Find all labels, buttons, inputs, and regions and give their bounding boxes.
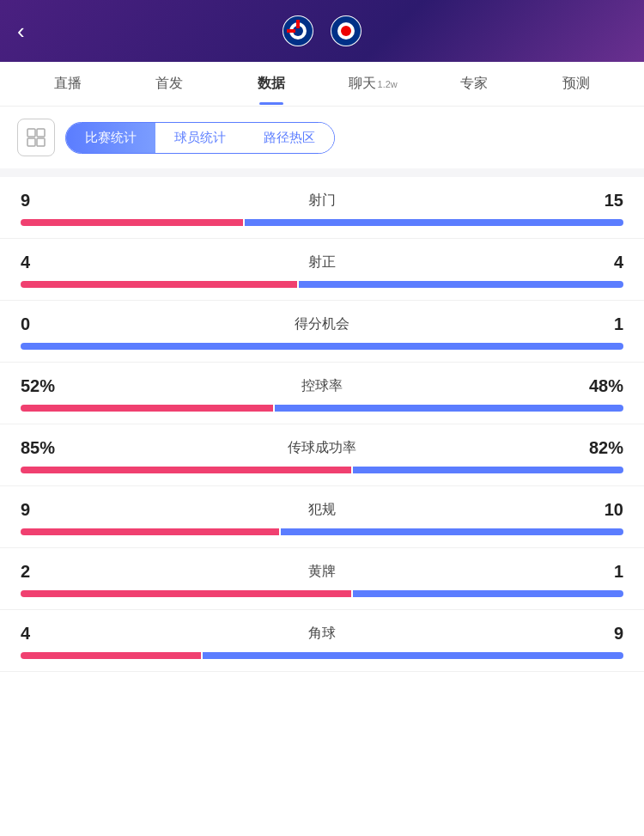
svg-rect-9 — [37, 129, 45, 137]
stat-label-6: 黄牌 — [72, 563, 572, 581]
stat-label-7: 角球 — [72, 625, 572, 643]
stat-bar-0 — [21, 219, 623, 226]
bar-blue-5 — [281, 528, 623, 535]
stat-bar-2 — [21, 343, 623, 350]
stat-label-2: 得分机会 — [72, 315, 572, 333]
stat-right-val-3: 48% — [572, 376, 623, 396]
stats-list: 9射门154射正40得分机会152%控球率48%85%传球成功率82%9犯规10… — [0, 177, 644, 672]
bar-pink-1 — [21, 281, 297, 288]
stat-left-val-4: 85% — [21, 438, 72, 458]
stat-row-2: 0得分机会1 — [0, 301, 644, 363]
stat-row-4: 85%传球成功率82% — [0, 424, 644, 486]
stat-right-val-7: 9 — [572, 624, 623, 644]
stat-label-1: 射正 — [72, 253, 572, 272]
bar-pink-0 — [21, 219, 243, 226]
stat-left-val-6: 2 — [21, 562, 72, 582]
match-info — [48, 15, 596, 46]
tab-live[interactable]: 直播 — [17, 63, 118, 105]
stats-icon[interactable] — [17, 119, 55, 156]
stat-left-val-1: 4 — [21, 253, 72, 272]
stat-row-5: 9犯规10 — [0, 486, 644, 548]
svg-rect-10 — [27, 138, 35, 146]
svg-rect-8 — [27, 129, 35, 137]
stat-left-val-7: 4 — [21, 624, 72, 644]
stat-bar-7 — [21, 652, 623, 659]
content-area: 比赛统计 球员统计 路径热区 9射门154射正40得分机会152%控球率48%8… — [0, 107, 644, 672]
bar-pink-4 — [21, 467, 351, 473]
svg-point-7 — [341, 26, 351, 36]
bar-pink-6 — [21, 590, 351, 597]
stat-label-5: 犯规 — [72, 501, 572, 519]
match-header: ‹ — [0, 0, 644, 62]
toggle-heatmap[interactable]: 路径热区 — [245, 123, 334, 153]
tab-predict[interactable]: 预测 — [526, 63, 627, 105]
tab-stats[interactable]: 数据 — [221, 63, 322, 105]
stat-left-val-5: 9 — [21, 500, 72, 520]
stat-right-val-0: 15 — [572, 191, 623, 211]
stat-row-7: 4角球9 — [0, 610, 644, 672]
chat-badge: 1.2w — [378, 79, 398, 89]
navigation-tabs: 直播 首发 数据 聊天1.2w 专家 预测 — [0, 62, 644, 107]
toggle-match-stats[interactable]: 比赛统计 — [66, 123, 155, 153]
stat-bar-5 — [21, 528, 623, 535]
stat-label-3: 控球率 — [72, 377, 572, 395]
stat-bar-3 — [21, 405, 623, 412]
stat-left-val-0: 9 — [21, 191, 72, 211]
stat-right-val-1: 4 — [572, 253, 623, 272]
stat-row-6: 2黄牌1 — [0, 548, 644, 610]
bar-blue-3 — [275, 405, 623, 412]
stat-left-val-2: 0 — [21, 314, 72, 334]
stat-left-val-3: 52% — [21, 376, 72, 396]
back-button[interactable]: ‹ — [17, 18, 48, 45]
bar-blue-1 — [299, 281, 623, 288]
bar-blue-4 — [353, 467, 623, 473]
stat-right-val-6: 1 — [572, 562, 623, 582]
stats-type-toggle: 比赛统计 球员统计 路径热区 — [65, 122, 335, 154]
stat-bar-1 — [21, 281, 623, 288]
bar-blue-0 — [245, 219, 623, 226]
tab-lineup[interactable]: 首发 — [118, 63, 220, 105]
stat-bar-4 — [21, 467, 623, 473]
svg-rect-4 — [287, 29, 295, 33]
toggle-player-stats[interactable]: 球员统计 — [155, 123, 245, 153]
stat-row-0: 9射门15 — [0, 177, 644, 239]
stat-right-val-5: 10 — [572, 500, 623, 520]
stats-toggle-bar: 比赛统计 球员统计 路径热区 — [0, 107, 644, 168]
bar-pink-3 — [21, 405, 273, 412]
bar-blue-6 — [353, 590, 623, 597]
stat-row-3: 52%控球率48% — [0, 363, 644, 424]
stat-row-1: 4射正4 — [0, 239, 644, 301]
tab-chat[interactable]: 聊天1.2w — [322, 63, 423, 105]
svg-rect-3 — [296, 20, 300, 28]
team-right-logo — [331, 15, 361, 46]
svg-rect-11 — [37, 138, 45, 146]
stat-label-0: 射门 — [72, 192, 572, 210]
team-left-logo — [283, 15, 313, 46]
stat-right-val-2: 1 — [572, 314, 623, 334]
tab-expert[interactable]: 专家 — [423, 63, 525, 105]
bar-blue-7 — [203, 652, 623, 659]
stat-label-4: 传球成功率 — [72, 439, 572, 457]
stat-right-val-4: 82% — [572, 438, 623, 458]
stat-bar-6 — [21, 590, 623, 597]
bar-pink-5 — [21, 528, 279, 535]
bar-pink-7 — [21, 652, 201, 659]
